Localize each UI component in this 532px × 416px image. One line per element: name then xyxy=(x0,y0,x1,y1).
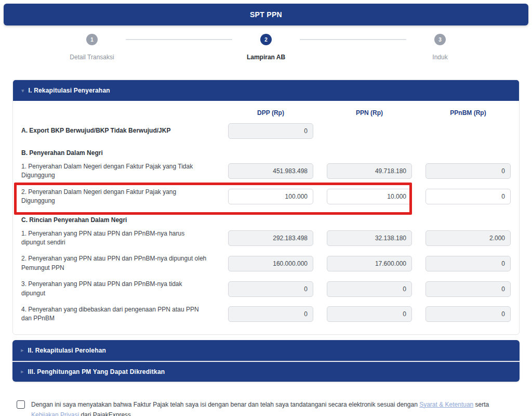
terms-link[interactable]: Syarat & Ketentuan xyxy=(419,401,473,408)
section-1-title: I. Rekapitulasi Penyerahan xyxy=(29,87,110,94)
step-3-label: Induk xyxy=(432,54,447,61)
table-rows: A. Export BKP Berwujud/BKP Tidak Berwuju… xyxy=(21,120,511,327)
chevron-icon: ▸ xyxy=(21,368,24,375)
cell xyxy=(228,256,313,271)
agreement-text-part: dari PajakExpress. xyxy=(79,411,132,416)
cell xyxy=(228,281,313,297)
row-label: 1. Penyerahan Dalam Negeri dengan Faktur… xyxy=(21,162,215,180)
step-3-circle: 3 xyxy=(434,34,446,45)
group-label-row: B. Penyerahan Dalam Negri xyxy=(21,142,511,159)
group-label: B. Penyerahan Dalam Negri xyxy=(21,149,103,157)
agreement-row: Dengan ini saya menyatakan bahwa Faktur … xyxy=(17,399,520,416)
ppn-input xyxy=(327,306,412,322)
row-label: 1. Penyerahan yang PPN atau PPN dan PPnB… xyxy=(21,229,215,248)
cell xyxy=(228,306,313,322)
cell xyxy=(327,163,412,179)
section-2-title: II. Rekapitulasi Perolehan xyxy=(28,347,107,354)
step-1-circle: 1 xyxy=(86,34,98,45)
column-header-ppn: PPN (Rp) xyxy=(327,109,412,116)
ppn-input xyxy=(327,230,412,246)
cell xyxy=(327,281,412,297)
table-row: 3. Penyerahan yang PPN atau PPN dan PPnB… xyxy=(21,276,511,302)
agreement-text-part: serta xyxy=(473,401,489,408)
cell xyxy=(425,189,511,204)
row-label: 2. Penyerahan yang PPN atau PPN dan PPnB… xyxy=(21,254,215,272)
ppnbm-input xyxy=(425,256,511,271)
chevron-icon: ▾ xyxy=(21,87,24,94)
ppn-input xyxy=(327,281,412,297)
step-2-circle: 2 xyxy=(260,34,272,45)
column-header-dpp: DPP (Rp) xyxy=(228,109,313,116)
table-row: 4. Penyerahan yang dibebaskan dari penge… xyxy=(21,302,511,327)
cell xyxy=(228,230,313,246)
ppn-input xyxy=(327,256,412,271)
stepper-connector xyxy=(300,39,406,40)
privacy-link[interactable]: Kebijakan Privasi xyxy=(31,411,79,416)
group-label-row: C. Rincian Penyerahan Dalam Negri xyxy=(21,210,511,226)
row-label: 2. Penyerahan Dalam Negeri dengan Faktur… xyxy=(21,188,215,206)
cell xyxy=(228,123,313,139)
cell xyxy=(327,306,412,322)
table-row: 2. Penyerahan Dalam Negeri dengan Faktur… xyxy=(21,184,511,210)
ppnbm-input xyxy=(425,281,511,297)
dpp-input xyxy=(228,306,313,322)
cell xyxy=(327,256,412,271)
ppnbm-input[interactable] xyxy=(425,189,511,204)
table-row: 1. Penyerahan yang PPN atau PPN dan PPnB… xyxy=(21,226,511,251)
collapsed-sections: ▸ II. Rekapitulasi Perolehan ▸ III. Peng… xyxy=(12,340,520,382)
dpp-input[interactable] xyxy=(228,189,313,204)
table-row: 1. Penyerahan Dalam Negeri dengan Faktur… xyxy=(21,159,511,184)
chevron-icon: ▸ xyxy=(21,347,24,354)
agreement-checkbox[interactable] xyxy=(17,400,25,409)
dpp-input xyxy=(228,230,313,246)
dpp-input xyxy=(228,281,313,297)
section-1-body: DPP (Rp) PPN (Rp) PPnBM (Rp) A. Export B… xyxy=(13,101,519,334)
section-3-title: III. Penghitungan PM Yang Dapat Dikredit… xyxy=(28,368,165,375)
section-2-header[interactable]: ▸ II. Rekapitulasi Perolehan xyxy=(12,340,520,361)
section-1-header[interactable]: ▾ I. Rekapitulasi Penyerahan xyxy=(13,80,519,101)
row-label: 4. Penyerahan yang dibebaskan dari penge… xyxy=(21,305,215,323)
section-3-header[interactable]: ▸ III. Penghitungan PM Yang Dapat Dikred… xyxy=(12,361,520,382)
cell xyxy=(228,189,313,204)
agreement-text-part: Dengan ini saya menyatakan bahwa Faktur … xyxy=(31,401,419,408)
page-title: SPT PPN xyxy=(250,10,282,19)
table-row: A. Export BKP Berwujud/BKP Tidak Berwuju… xyxy=(21,120,511,142)
column-header-ppnbm: PPnBM (Rp) xyxy=(425,109,511,116)
ppnbm-input xyxy=(425,306,511,322)
group-label: C. Rincian Penyerahan Dalam Negri xyxy=(21,216,127,224)
cell xyxy=(228,163,313,179)
step-detail-transaksi[interactable]: 1 Detail Transaksi xyxy=(58,34,126,61)
ppn-input[interactable] xyxy=(327,189,412,204)
row-label: 3. Penyerahan yang PPN atau PPN dan PPnB… xyxy=(21,280,215,298)
stepper-connector xyxy=(126,39,232,40)
ppn-input xyxy=(327,163,412,179)
stepper: 1 Detail Transaksi 2 Lampiran AB 3 Induk xyxy=(58,34,474,61)
app-title-bar: SPT PPN xyxy=(4,4,528,25)
cell xyxy=(327,230,412,246)
cell xyxy=(425,230,511,246)
column-header-row: DPP (Rp) PPN (Rp) PPnBM (Rp) xyxy=(21,103,511,120)
step-lampiran-ab[interactable]: 2 Lampiran AB xyxy=(232,34,300,61)
dpp-input xyxy=(228,256,313,271)
dpp-input xyxy=(228,163,313,179)
rekapitulasi-penyerahan-card: ▾ I. Rekapitulasi Penyerahan DPP (Rp) PP… xyxy=(12,80,520,335)
row-label: A. Export BKP Berwujud/BKP Tidak Berwuju… xyxy=(21,126,215,135)
cell xyxy=(425,306,511,322)
cell xyxy=(425,163,511,179)
step-2-label: Lampiran AB xyxy=(247,54,285,61)
cell xyxy=(425,256,511,271)
dpp-input xyxy=(228,123,313,139)
cell xyxy=(425,281,511,297)
step-induk[interactable]: 3 Induk xyxy=(406,34,474,61)
agreement-text: Dengan ini saya menyatakan bahwa Faktur … xyxy=(31,399,514,416)
cell xyxy=(327,189,412,204)
ppnbm-input xyxy=(425,230,511,246)
step-1-label: Detail Transaksi xyxy=(70,54,114,61)
ppnbm-input xyxy=(425,163,511,179)
table-row: 2. Penyerahan yang PPN atau PPN dan PPnB… xyxy=(21,251,511,276)
